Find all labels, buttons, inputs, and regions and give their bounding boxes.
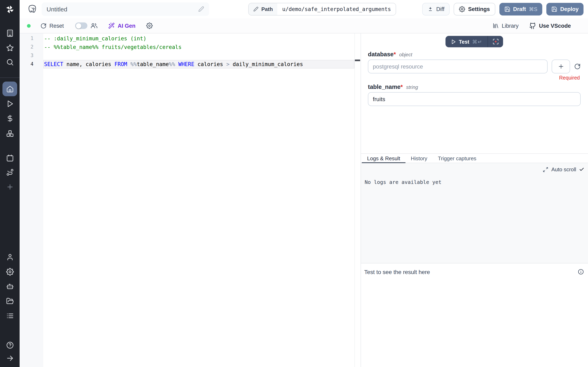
collaboration-toggle[interactable] — [75, 22, 87, 29]
sidebar-item-variables[interactable] — [0, 113, 20, 124]
ai-gen-button[interactable]: AI Gen — [108, 22, 136, 29]
sidebar-item-runs[interactable] — [0, 98, 20, 109]
path-button[interactable]: Path u/demo/safe_interpolated_arguments — [248, 3, 396, 16]
refresh-resources-button[interactable] — [574, 63, 581, 70]
sidebar-item-folders[interactable] — [0, 296, 20, 306]
play-icon — [6, 100, 14, 108]
sidebar-item-resources[interactable] — [0, 128, 20, 139]
sidebar-item-create[interactable] — [0, 182, 20, 192]
logs-empty-message: No logs are available yet — [365, 179, 584, 185]
tab-logs-result[interactable]: Logs & Result — [362, 154, 406, 163]
focus-capture-icon — [493, 38, 499, 45]
sidebar — [0, 0, 20, 367]
capture-button[interactable] — [488, 36, 503, 47]
check-icon[interactable] — [579, 167, 584, 172]
toggle-knob — [76, 23, 81, 28]
gear-icon — [146, 22, 153, 29]
list-icon — [6, 312, 14, 319]
line-number: 4 — [20, 60, 43, 68]
deploy-button[interactable]: Deploy — [546, 3, 584, 16]
editor-settings-button[interactable] — [146, 22, 153, 29]
sidebar-item-favorites[interactable] — [0, 42, 20, 53]
folder-open-icon — [6, 297, 14, 305]
bot-icon — [6, 282, 14, 290]
settings-button[interactable]: Settings — [454, 3, 495, 16]
sidebar-item-help[interactable] — [0, 340, 20, 350]
field-type-table-name: string — [406, 84, 418, 90]
reset-button[interactable]: Reset — [40, 23, 64, 29]
user-icon — [6, 253, 14, 261]
refresh-icon — [40, 23, 47, 29]
path-label: Path — [261, 6, 273, 12]
test-shortcut: ⌘↵ — [472, 39, 483, 45]
code-text[interactable]: SELECT name, calories FROM %%table_name%… — [43, 60, 355, 68]
reset-label: Reset — [49, 23, 64, 29]
code-line[interactable]: 1-- :daily_minimum_calories (int) — [20, 34, 355, 43]
code-text[interactable] — [43, 51, 355, 60]
play-icon — [450, 39, 456, 44]
logs-pane: Auto scroll No logs are available yet — [361, 163, 588, 263]
test-label: Test — [459, 39, 469, 45]
code-text[interactable]: -- %%table_name%% fruits/vegetables/cere… — [43, 43, 355, 51]
edit-title-pencil-icon[interactable] — [198, 6, 204, 12]
editor-toolbar: Reset AI Gen Library Use VScode — [20, 18, 588, 33]
table-name-input[interactable] — [368, 92, 581, 106]
gear-icon — [6, 268, 14, 275]
sidebar-item-workers[interactable] — [0, 281, 20, 292]
deploy-label: Deploy — [560, 6, 579, 12]
sidebar-item-settings[interactable] — [0, 266, 20, 277]
info-icon[interactable] — [578, 269, 584, 275]
sidebar-item-audit-logs[interactable] — [0, 310, 20, 321]
result-pane: Test to see the result here — [361, 263, 588, 367]
script-title-field[interactable]: Untitled — [42, 2, 209, 16]
github-icon — [529, 22, 536, 29]
library-button[interactable]: Library — [492, 22, 519, 29]
required-asterisk: * — [394, 51, 396, 58]
sidebar-item-expand[interactable] — [0, 353, 20, 363]
expand-icon — [543, 167, 549, 172]
tab-trigger-captures[interactable]: Trigger captures — [433, 154, 482, 163]
save-icon — [551, 6, 557, 12]
database-input[interactable] — [368, 59, 548, 73]
sidebar-item-triggers[interactable] — [0, 167, 20, 177]
result-tabs: Logs & ResultHistoryTrigger captures — [361, 153, 588, 163]
sidebar-item-workspace[interactable] — [0, 28, 20, 38]
refresh-icon — [574, 63, 581, 70]
users-icon — [91, 22, 98, 29]
calendar-icon — [6, 154, 14, 162]
collaborators-button[interactable] — [91, 22, 98, 29]
editor-gutter — [20, 33, 43, 367]
test-button[interactable]: Test ⌘↵ — [445, 36, 488, 47]
code-line[interactable]: 4SELECT name, calories FROM %%table_name… — [20, 60, 355, 68]
windmill-logo-icon[interactable] — [0, 4, 20, 14]
sidebar-item-home[interactable] — [0, 82, 20, 96]
diff-button[interactable]: Diff — [423, 3, 450, 16]
sidebar-item-account[interactable] — [0, 252, 20, 262]
wand-sparkles-icon — [108, 22, 115, 29]
code-editor[interactable]: 1-- :daily_minimum_calories (int)2-- %%t… — [20, 33, 361, 367]
plus-minus-icon — [428, 6, 433, 12]
test-button-group: Test ⌘↵ — [445, 36, 503, 47]
editor-overview-ruler[interactable] — [355, 33, 361, 367]
code-text[interactable]: -- :daily_minimum_calories (int) — [43, 34, 355, 43]
expand-logs-button[interactable] — [543, 167, 549, 172]
star-icon — [6, 44, 14, 52]
tab-history[interactable]: History — [406, 154, 433, 163]
sidebar-item-schedules[interactable] — [0, 152, 20, 163]
draft-button[interactable]: Draft ⌘S — [499, 3, 542, 16]
auto-scroll-label[interactable]: Auto scroll — [552, 166, 576, 173]
use-vscode-button[interactable]: Use VScode — [529, 22, 571, 29]
path-label-segment: Path — [249, 3, 277, 15]
library-icon — [492, 22, 499, 29]
search-icon — [6, 58, 14, 66]
line-number: 1 — [20, 34, 43, 43]
code-line[interactable]: 2-- %%table_name%% fruits/vegetables/cer… — [20, 43, 355, 51]
code-line[interactable]: 3 — [20, 51, 355, 60]
sidebar-item-search[interactable] — [0, 57, 20, 67]
boxes-icon — [6, 129, 14, 137]
edit-path-pencil-icon — [253, 7, 259, 12]
use-vscode-label: Use VScode — [539, 23, 571, 29]
add-resource-button[interactable] — [552, 59, 570, 73]
settings-label: Settings — [468, 6, 490, 12]
plus-icon — [558, 63, 564, 70]
